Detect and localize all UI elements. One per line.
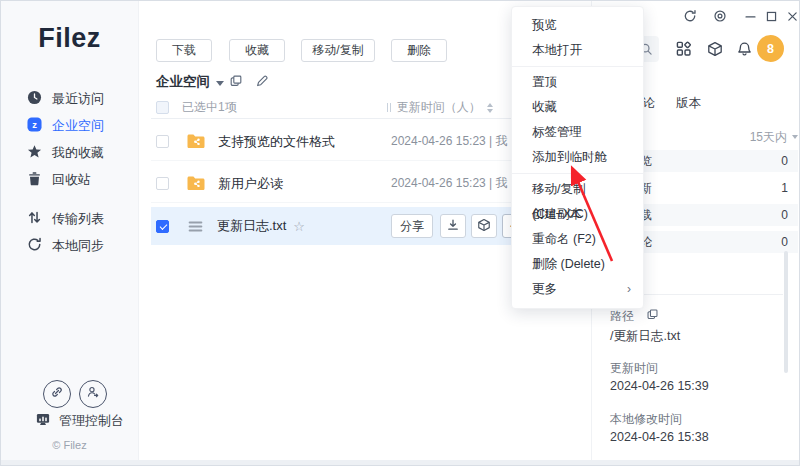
- menu-item-tag-management[interactable]: 标签管理: [512, 120, 643, 145]
- settings-button[interactable]: [711, 9, 729, 27]
- breadcrumb-label: 企业空间: [156, 73, 210, 91]
- stats-value: 0: [781, 154, 788, 168]
- sidebar-item-label: 传输列表: [52, 210, 104, 228]
- sidebar-item-favorites[interactable]: 我的收藏: [1, 139, 138, 166]
- row-checkbox[interactable]: [156, 135, 169, 148]
- text-file-icon: [186, 218, 205, 235]
- file-name[interactable]: 支持预览的文件格式: [218, 133, 335, 151]
- row-checkbox-checked[interactable]: [156, 220, 169, 233]
- breadcrumb[interactable]: 企业空间: [156, 73, 224, 91]
- menu-divider: [512, 173, 643, 174]
- selected-count-label: 已选中1项: [182, 99, 237, 116]
- transfer-icon: [27, 210, 42, 228]
- sidebar-item-transfer-list[interactable]: 传输列表: [1, 205, 138, 232]
- sidebar-nav: 最近访问 z 企业空间 我的收藏 回收站 传输列表 本地同步: [1, 85, 138, 259]
- temp-cube-icon[interactable]: [707, 41, 723, 61]
- menu-item-delete[interactable]: 删除 (Delete): [512, 252, 643, 277]
- sidebar-item-local-sync[interactable]: 本地同步: [1, 232, 138, 259]
- delete-button[interactable]: 删除: [391, 39, 447, 62]
- sidebar-item-recent[interactable]: 最近访问: [1, 85, 138, 112]
- admin-console-link[interactable]: 管理控制台: [35, 412, 124, 430]
- person-add-icon: [86, 385, 100, 403]
- sidebar-item-label: 本地同步: [52, 237, 104, 255]
- sync-icon: [27, 237, 42, 255]
- sidebar-item-label: 企业空间: [52, 117, 104, 135]
- download-icon: [446, 218, 460, 235]
- sidebar-item-enterprise-space[interactable]: z 企业空间: [1, 112, 138, 139]
- menu-item-create-copy[interactable]: 创建副本: [512, 202, 643, 227]
- edit-icon[interactable]: [255, 74, 269, 92]
- select-all-checkbox[interactable]: [156, 101, 169, 114]
- sidebar: Filez 最近访问 z 企业空间 我的收藏 回收站 传输列表: [1, 1, 139, 465]
- clock-icon: [27, 90, 42, 108]
- copy-icon[interactable]: [646, 307, 659, 325]
- file-name[interactable]: 新用户必读: [218, 175, 283, 193]
- menu-item-more[interactable]: 更多›: [512, 277, 643, 302]
- apps-grid-icon[interactable]: [676, 41, 692, 61]
- close-icon: [786, 9, 799, 27]
- chevron-down-icon: [216, 81, 224, 86]
- panel-scrollbar[interactable]: [784, 251, 788, 373]
- stats-value: 0: [781, 208, 788, 222]
- copyright-text: © Filez: [1, 439, 138, 451]
- file-name[interactable]: 更新日志.txt: [217, 217, 286, 235]
- menu-item-add-to-temp[interactable]: 添加到临时舱: [512, 145, 643, 170]
- chevron-down-icon: [792, 135, 798, 139]
- share-link-button[interactable]: [43, 380, 71, 408]
- close-button[interactable]: [783, 9, 800, 27]
- window-bottom-edge: [1, 460, 799, 465]
- minimize-icon: [744, 9, 757, 27]
- cube-icon: [477, 218, 491, 235]
- path-value: /更新日志.txt: [610, 328, 680, 345]
- star-outline-icon[interactable]: ☆: [293, 219, 305, 234]
- link-icon: [50, 385, 64, 403]
- refresh-button[interactable]: [681, 9, 699, 27]
- sort-icon[interactable]: [487, 103, 493, 113]
- gear-icon: [713, 9, 727, 27]
- maximize-icon: [765, 9, 778, 27]
- menu-item-favorite[interactable]: 收藏: [512, 95, 643, 120]
- stats-period-select[interactable]: 15天内: [750, 129, 787, 146]
- menu-item-pin[interactable]: 置顶: [512, 70, 643, 95]
- tab-versions[interactable]: 版本: [676, 95, 701, 112]
- file-updated-time: 2024-04-26 15:23 | 我: [391, 175, 508, 192]
- sidebar-item-trash[interactable]: 回收站: [1, 166, 138, 193]
- app-logo: Filez: [1, 23, 138, 54]
- menu-item-rename[interactable]: 重命名 (F2): [512, 227, 643, 252]
- row-download-button[interactable]: [440, 214, 466, 238]
- copy-path-icon[interactable]: [229, 74, 243, 92]
- path-label: 路径: [610, 308, 634, 325]
- sidebar-item-label: 回收站: [52, 171, 91, 189]
- avatar-text: 8: [767, 42, 774, 56]
- bell-icon[interactable]: [737, 41, 752, 61]
- enterprise-space-icon: z: [27, 117, 42, 135]
- admin-console-label: 管理控制台: [59, 412, 124, 430]
- context-menu: 预览 本地打开 置顶 收藏 标签管理 添加到临时舱 移动/复制 (Ctrl+X/…: [511, 6, 644, 309]
- star-icon: [27, 144, 42, 162]
- invite-user-button[interactable]: [79, 380, 107, 408]
- stats-value: 1: [781, 181, 788, 195]
- shared-folder-icon: [186, 133, 206, 150]
- move-copy-button[interactable]: 移动/复制: [301, 39, 375, 62]
- avatar[interactable]: 8: [757, 35, 784, 62]
- minimize-button[interactable]: [741, 9, 759, 27]
- row-checkbox[interactable]: [156, 177, 169, 190]
- update-time-value: 2024-04-26 15:39: [610, 379, 709, 393]
- local-modified-label: 本地修改时间: [610, 411, 682, 428]
- share-button[interactable]: 分享: [391, 214, 433, 238]
- stats-value: 0: [781, 235, 788, 249]
- temp-box-button[interactable]: [471, 214, 497, 238]
- menu-item-open-locally[interactable]: 本地打开: [512, 38, 643, 63]
- download-button[interactable]: 下载: [156, 39, 212, 62]
- console-icon: [35, 412, 51, 430]
- shared-folder-icon: [186, 175, 206, 192]
- app-window: Filez 最近访问 z 企业空间 我的收藏 回收站 传输列表: [0, 0, 800, 466]
- sidebar-item-label: 我的收藏: [52, 144, 104, 162]
- column-separator[interactable]: [387, 103, 391, 112]
- menu-item-move-copy[interactable]: 移动/复制 (Ctrl+X/C): [512, 177, 643, 202]
- file-updated-time: 2024-04-26 15:23 | 我: [391, 133, 508, 150]
- maximize-button[interactable]: [762, 9, 780, 27]
- menu-item-preview[interactable]: 预览: [512, 13, 643, 38]
- time-column-header[interactable]: 更新时间（人）: [397, 99, 481, 116]
- favorite-button[interactable]: 收藏: [229, 39, 285, 62]
